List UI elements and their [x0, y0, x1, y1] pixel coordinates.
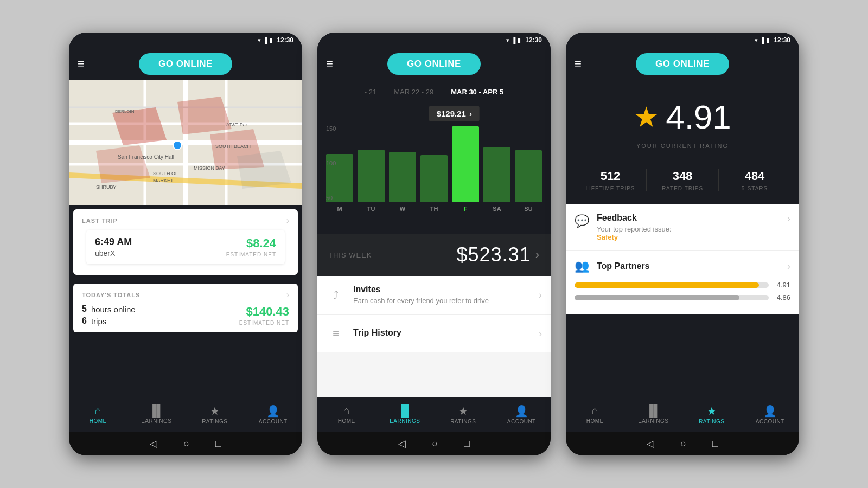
go-online-button-1[interactable]: GO ONLINE — [139, 53, 232, 75]
earnings-label-1: EARNINGS — [141, 418, 171, 424]
trip-history-chevron: › — [539, 328, 542, 339]
feedback-text: Feedback Your top reported issue: Safety — [597, 213, 787, 241]
stat-rated-label: RATED TRIPS — [662, 185, 703, 191]
partners-header-row[interactable]: 👥 Top Partners › — [575, 259, 790, 273]
menu-icon-1[interactable]: ≡ — [78, 57, 85, 71]
phones-container: ▾ ▐ ▮ 12:30 ≡ GO ONLINE — [69, 33, 799, 455]
nav-home-2[interactable]: ⌂ HOME — [317, 397, 376, 432]
phone2-content: - 21 MAR 22 - 29 MAR 30 - APR 5 $129.21 … — [317, 80, 551, 397]
totals-amount: $140.43 — [239, 305, 289, 319]
stat-5stars-label: 5-STARS — [742, 185, 768, 191]
nav-account-1[interactable]: 👤 ACCOUNT — [244, 397, 303, 432]
account-label-3: ACCOUNT — [756, 419, 784, 425]
back-btn-2[interactable]: ◁ — [398, 438, 406, 450]
recents-btn-1[interactable]: □ — [215, 438, 221, 450]
week-mar30[interactable]: MAR 30 - APR 5 — [446, 86, 508, 98]
this-week-amount: $523.31 › — [457, 243, 540, 266]
history-icon: ≡ — [326, 324, 346, 343]
earnings-label-2: EARNINGS — [390, 418, 420, 424]
earnings-popup: $129.21 › — [429, 106, 480, 121]
bottom-nav-3: ⌂ HOME ▐▌ EARNINGS ★ RATINGS 👤 ACCOUNT — [566, 397, 799, 432]
invites-row[interactable]: ⤴ Invites Earn cash for every friend you… — [317, 276, 551, 315]
chart-bar-TU[interactable]: TU — [358, 125, 385, 212]
trip-history-text: Trip History — [353, 328, 539, 339]
week-mar22[interactable]: MAR 22 - 29 — [390, 86, 438, 98]
partners-chevron: › — [787, 261, 790, 272]
feedback-row[interactable]: 💬 Feedback Your top reported issue: Safe… — [566, 204, 799, 250]
this-week-bar[interactable]: THIS WEEK $523.31 › — [317, 234, 551, 276]
week-minus21[interactable]: - 21 — [360, 86, 381, 98]
menu-icon-3[interactable]: ≡ — [575, 57, 582, 71]
trip-history-row[interactable]: ≡ Trip History › — [317, 315, 551, 352]
battery-icon: ▮ — [269, 37, 272, 44]
nav-ratings-3[interactable]: ★ RATINGS — [682, 397, 741, 432]
totals-amount-wrap: $140.43 ESTIMATED NET — [239, 305, 289, 326]
y-label-150: 150 — [326, 125, 336, 132]
partners-icon: 👥 — [575, 259, 589, 273]
invites-text: Invites Earn cash for every friend you r… — [353, 285, 539, 306]
nav-account-2[interactable]: 👤 ACCOUNT — [493, 397, 551, 432]
totals-trips-line: 6 trips — [82, 316, 136, 326]
status-bar-2: ▾ ▐ ▮ 12:30 — [317, 33, 551, 48]
recents-btn-2[interactable]: □ — [464, 438, 470, 450]
rating-number: 4.91 — [666, 98, 731, 136]
earnings-popup-amount: $129.21 — [437, 109, 466, 118]
signal-icon-3: ▐ — [760, 37, 764, 43]
rating-section: ★ 4.91 YOUR CURRENT RATING 512 LIFETIME … — [566, 80, 799, 204]
invites-chevron: › — [539, 290, 542, 301]
nav-earnings-1[interactable]: ▐▌ EARNINGS — [127, 397, 186, 432]
todays-totals-card[interactable]: TODAY'S TOTALS › 5 hours online 6 trips — [73, 284, 298, 332]
stat-5stars: 484 5-STARS — [719, 169, 790, 191]
ratings-label-1: RATINGS — [202, 419, 227, 425]
totals-hours-label: hours online — [91, 305, 136, 314]
chart-bar-F[interactable]: F — [452, 125, 479, 212]
svg-point-22 — [173, 141, 182, 150]
partners-track-2 — [575, 295, 769, 300]
nav-ratings-2[interactable]: ★ RATINGS — [434, 397, 493, 432]
last-trip-amount-label: ESTIMATED NET — [226, 252, 276, 258]
go-online-button-3[interactable]: GO ONLINE — [636, 53, 729, 75]
chart-bar-W[interactable]: W — [389, 125, 416, 212]
partners-fill-1 — [575, 282, 759, 288]
menu-icon-2[interactable]: ≡ — [326, 57, 333, 71]
recents-btn-3[interactable]: □ — [712, 438, 718, 450]
nav-earnings-2[interactable]: ▐▌ EARNINGS — [376, 397, 435, 432]
earnings-icon-1: ▐▌ — [149, 404, 164, 417]
nav-earnings-3[interactable]: ▐▌ EARNINGS — [624, 397, 683, 432]
nav-account-3[interactable]: 👤 ACCOUNT — [741, 397, 800, 432]
status-icons-1: ▾ ▐ ▮ 12:30 — [258, 36, 294, 44]
chart-bar-SU[interactable]: SU — [515, 125, 542, 212]
chart-day-label-SU: SU — [524, 206, 532, 212]
map-area: San Francisco City Hall AT&T Par SOUTH B… — [69, 80, 302, 205]
home-btn-3[interactable]: ○ — [680, 438, 686, 450]
last-trip-chevron: › — [286, 216, 289, 226]
nav-ratings-1[interactable]: ★ RATINGS — [186, 397, 244, 432]
status-icons-3: ▾ ▐ ▮ 12:30 — [755, 36, 791, 44]
feedback-title: Feedback — [597, 213, 787, 223]
phone-home: ▾ ▐ ▮ 12:30 ≡ GO ONLINE — [69, 33, 302, 455]
chart-day-label-M: M — [337, 206, 342, 212]
home-btn-1[interactable]: ○ — [183, 438, 189, 450]
svg-text:DERLOIN: DERLOIN — [115, 109, 135, 114]
earnings-label-3: EARNINGS — [638, 418, 668, 424]
nav-home-3[interactable]: ⌂ HOME — [566, 397, 624, 432]
home-btn-2[interactable]: ○ — [432, 438, 438, 450]
last-trip-type: uberX — [95, 249, 132, 258]
go-online-button-2[interactable]: GO ONLINE — [387, 53, 481, 75]
back-btn-1[interactable]: ◁ — [150, 438, 157, 450]
rating-main: ★ 4.91 — [634, 98, 731, 136]
chart-bar-SA[interactable]: SA — [483, 125, 510, 212]
chart-bar-TH[interactable]: TH — [420, 125, 448, 212]
phone-ratings: ▾ ▐ ▮ 12:30 ≡ GO ONLINE ★ 4.91 YOUR CURR… — [566, 33, 799, 455]
week-selector: - 21 MAR 22 - 29 MAR 30 - APR 5 — [317, 80, 551, 104]
wifi-icon-3: ▾ — [755, 37, 758, 44]
android-nav-2: ◁ ○ □ — [317, 432, 551, 455]
battery-icon-3: ▮ — [766, 37, 769, 44]
partners-bar-1: 4.91 — [575, 281, 790, 289]
last-trip-info: 6:49 AM uberX — [95, 236, 132, 258]
back-btn-3[interactable]: ◁ — [647, 438, 654, 450]
stat-5stars-number: 484 — [745, 169, 765, 183]
nav-home-1[interactable]: ⌂ HOME — [69, 397, 127, 432]
last-trip-card[interactable]: LAST TRIP › 6:49 AM uberX $8.24 ESTIMATE… — [73, 209, 298, 275]
last-trip-label: LAST TRIP — [82, 217, 118, 224]
